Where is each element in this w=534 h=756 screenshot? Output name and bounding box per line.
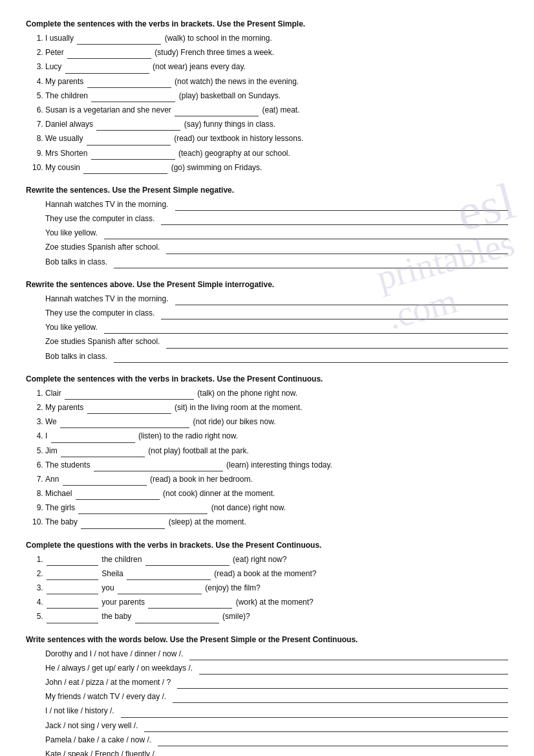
blank <box>87 79 171 88</box>
list-item: My parents (not watch) the news in the e… <box>45 76 508 88</box>
list-item: They use the computer in class. <box>45 213 508 225</box>
answer-blank <box>114 354 508 363</box>
section3-title: Rewrite the sentences above. Use the Pre… <box>26 280 508 289</box>
blank <box>65 391 194 400</box>
blank <box>47 599 98 609</box>
sentence-text: You like yellow. <box>45 321 98 334</box>
answer-blank <box>161 216 508 225</box>
blank <box>81 520 165 529</box>
list-item: Jim (not play) football at the park. <box>45 445 508 457</box>
sentence-text: Jack / not sing / very well /. <box>45 720 138 732</box>
answer-blank <box>104 230 508 239</box>
answer-blank <box>144 723 508 732</box>
list-item: John / eat / pizza / at the moment / ? <box>45 676 508 689</box>
sentence-text: Bob talks in class. <box>45 351 107 363</box>
blank <box>87 136 171 146</box>
blank <box>47 585 98 594</box>
list-item: My friends / watch TV / every day /. <box>45 691 508 703</box>
blank <box>83 165 167 174</box>
answer-blank <box>114 259 508 268</box>
section-present-continuous-complete: Complete the sentences with the verbs in… <box>26 374 508 529</box>
list-item: your parents (work) at the moment? <box>45 596 508 609</box>
section3-list: Hannah watches TV in the morning. They u… <box>39 293 508 363</box>
blank <box>118 585 202 594</box>
section1-list: I usually (walk) to school in the mornin… <box>39 32 508 174</box>
list-item: My parents (sit) in the living room at t… <box>45 402 508 414</box>
sentence-text: My friends / watch TV / every day /. <box>45 691 166 703</box>
list-item: Bob talks in class. <box>45 351 508 363</box>
section2-title: Rewrite the sentences. Use the Present S… <box>26 186 508 195</box>
list-item: I / not like / history /. <box>45 705 508 717</box>
list-item: We usually (read) our textbook in histor… <box>45 133 508 145</box>
section-present-continuous-questions: Complete the questions with the verbs in… <box>26 541 508 623</box>
answer-blank <box>175 202 508 211</box>
list-item: Hannah watches TV in the morning. <box>45 199 508 211</box>
list-item: Susan is a vegetarian and she never (eat… <box>45 104 508 116</box>
section6-list: Dorothy and I / not have / dinner / now … <box>39 648 508 756</box>
list-item: My cousin (go) swimming on Fridays. <box>45 162 508 174</box>
list-item: Lucy (not wear) jeans every day. <box>45 61 508 73</box>
list-item: You like yellow. <box>45 227 508 239</box>
list-item: Sheila (read) a book at the moment? <box>45 568 508 580</box>
answer-blank <box>175 296 508 305</box>
list-item: He / always / get up/ early / on weekday… <box>45 662 508 675</box>
blank <box>91 93 175 102</box>
sentence-text: Kate / speak / French / fluently /. <box>45 748 156 756</box>
blank <box>135 614 219 623</box>
list-item: Dorothy and I / not have / dinner / now … <box>45 648 508 660</box>
sentence-text: Zoe studies Spanish after school. <box>45 336 160 348</box>
section-present-simple-complete: Complete the sentences with the verbs in… <box>26 19 508 174</box>
sentence-text: Zoe studies Spanish after school. <box>45 241 160 254</box>
blank <box>60 419 189 428</box>
blank <box>61 448 145 457</box>
section4-title: Complete the sentences with the verbs in… <box>26 374 508 383</box>
list-item: Zoe studies Spanish after school. <box>45 336 508 348</box>
list-item: Ann (read) a book in her bedroom. <box>45 473 508 486</box>
list-item: Hannah watches TV in the morning. <box>45 293 508 305</box>
answer-blank <box>163 751 508 756</box>
blank <box>51 434 135 443</box>
sentence-text: He / always / get up/ early / on weekday… <box>45 662 193 675</box>
list-item: Bob talks in class. <box>45 256 508 268</box>
blank <box>47 571 98 580</box>
sentence-text: John / eat / pizza / at the moment / ? <box>45 676 171 689</box>
answer-blank <box>177 680 508 689</box>
section5-title: Complete the questions with the verbs in… <box>26 541 508 550</box>
list-item: Daniel always (say) funny things in clas… <box>45 118 508 131</box>
section-write-sentences: Write sentences with the words below. Us… <box>26 635 508 756</box>
list-item: The baby (sleep) at the moment. <box>45 516 508 528</box>
blank <box>175 107 259 116</box>
list-item: The girls (not dance) right now. <box>45 502 508 514</box>
blank <box>145 557 230 566</box>
sentence-text: You like yellow. <box>45 227 98 239</box>
blank <box>127 571 211 580</box>
answer-blank <box>173 694 508 703</box>
list-item: Peter (study) French three times a week. <box>45 47 508 59</box>
blank <box>76 491 160 500</box>
answer-blank <box>166 340 508 349</box>
sentence-text: I / not like / history /. <box>45 705 114 717</box>
list-item: Kate / speak / French / fluently /. <box>45 748 508 756</box>
answer-blank <box>166 245 508 254</box>
sentence-text: They use the computer in class. <box>45 213 155 225</box>
blank <box>91 151 175 160</box>
blank <box>63 477 147 486</box>
list-item: I usually (walk) to school in the mornin… <box>45 32 508 45</box>
list-item: Mrs Shorten (teach) geography at our sch… <box>45 147 508 160</box>
sentence-text: They use the computer in class. <box>45 307 155 319</box>
blank <box>78 505 208 514</box>
section5-list: the children (eat) right now? Sheila (re… <box>39 554 508 623</box>
answer-blank <box>121 709 508 718</box>
answer-blank <box>189 651 508 660</box>
list-item: Zoe studies Spanish after school. <box>45 241 508 254</box>
list-item: I (listen) to the radio right now. <box>45 430 508 442</box>
list-item: the baby (smile)? <box>45 610 508 623</box>
section1-title: Complete the sentences with the verbs in… <box>26 19 508 28</box>
blank <box>67 50 151 59</box>
list-item: Jack / not sing / very well /. <box>45 720 508 732</box>
section4-list: Clair (talk) on the phone right now. My … <box>39 387 508 529</box>
section2-list: Hannah watches TV in the morning. They u… <box>39 199 508 268</box>
list-item: The children (play) basketball on Sunday… <box>45 90 508 102</box>
list-item: Pamela / bake / a cake / now /. <box>45 734 508 746</box>
list-item: We (not ride) our bikes now. <box>45 416 508 428</box>
